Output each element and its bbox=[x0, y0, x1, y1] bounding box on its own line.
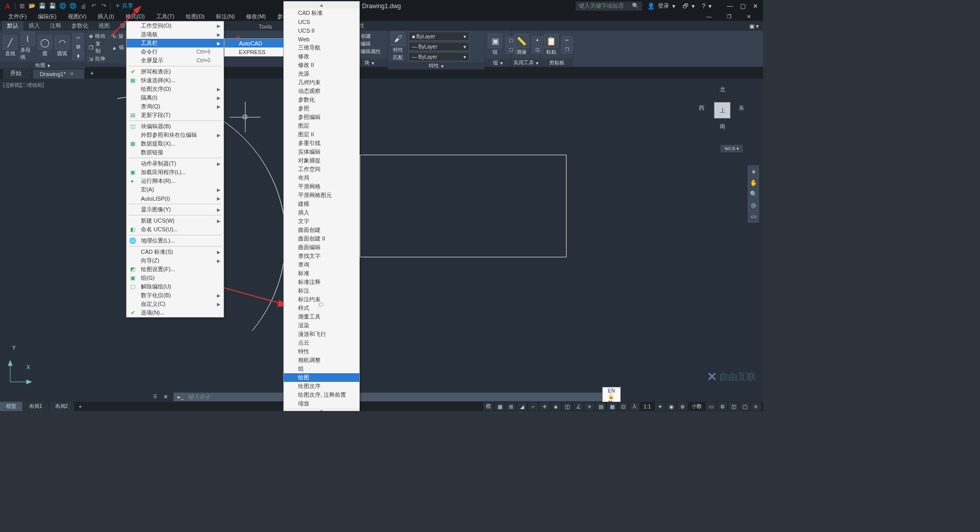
toolbar-list-item[interactable]: UCS II bbox=[284, 26, 359, 35]
tools-menu-item[interactable]: ▸运行脚本(R)... bbox=[127, 177, 224, 185]
toolbar-list-item[interactable]: 平滑网格 bbox=[284, 182, 359, 191]
anno-scale[interactable]: 1:1 bbox=[641, 404, 654, 409]
plot-icon[interactable]: 🖨 bbox=[79, 2, 87, 10]
cmd-line[interactable]: ╱直线 bbox=[3, 35, 17, 57]
tab-start[interactable]: 开始 bbox=[3, 68, 32, 79]
cmd-handle-icon[interactable]: ⠿ bbox=[153, 394, 157, 400]
tools-menu-item[interactable]: 数字化仪(B)▶ bbox=[127, 291, 224, 300]
tools-menu-item[interactable]: AutoLISP(I)▶ bbox=[127, 194, 224, 203]
ribtab-insert[interactable]: 插入 bbox=[23, 21, 45, 31]
layout-add-button[interactable]: + bbox=[75, 403, 86, 410]
tab-drawing1[interactable]: Drawing1*✕ bbox=[33, 69, 84, 79]
clean-toggle[interactable]: ▢ bbox=[740, 402, 750, 410]
cmd-paste[interactable]: 📋粘贴 bbox=[544, 34, 558, 56]
chevron-down-icon[interactable]: ▾ bbox=[47, 63, 50, 68]
toolbar-list-item[interactable]: 插入 bbox=[284, 208, 359, 217]
toolbar-list-item[interactable]: 组 bbox=[284, 365, 359, 373]
lwt-toggle[interactable]: ≡ bbox=[584, 402, 595, 410]
cmd-measure[interactable]: 📏测量 bbox=[514, 34, 529, 56]
menu-draw[interactable]: 绘图(D) bbox=[181, 12, 210, 21]
cmd-move[interactable]: ✥移动 ↻旋 bbox=[89, 33, 124, 40]
tools-menu-item[interactable]: 自定义(C)▶ bbox=[127, 300, 224, 308]
toolbar-list-item[interactable]: 文字 bbox=[284, 217, 359, 226]
fullnav-icon[interactable]: ⎈ bbox=[752, 168, 755, 175]
zoom-icon[interactable]: 🔍 bbox=[750, 190, 757, 198]
toolbar-list-item[interactable]: UCS bbox=[284, 17, 359, 26]
toolbar-list-item[interactable]: 绘图 bbox=[284, 373, 359, 382]
undo-icon[interactable]: ↶ bbox=[89, 2, 97, 10]
tools-menu-item[interactable]: ▦快速选择(K)... bbox=[127, 76, 224, 85]
ribtab-annotate[interactable]: 注释 bbox=[45, 21, 66, 31]
scroll-down-button[interactable]: ▼ bbox=[284, 408, 359, 411]
menu-insert[interactable]: 插入(I) bbox=[92, 12, 119, 21]
viewcube-top-face[interactable]: 上 bbox=[714, 102, 730, 118]
cmd-polyline[interactable]: ⌇多段线 bbox=[20, 32, 35, 61]
tools-menu-item[interactable]: 绘图次序(D)▶ bbox=[127, 85, 224, 93]
toolbar-list-item[interactable]: 建模 bbox=[284, 200, 359, 208]
new-tab-button[interactable]: + bbox=[85, 68, 99, 79]
cmd-hatch[interactable]: ▨ bbox=[72, 42, 84, 51]
ribtab-parametric[interactable]: 参数化 bbox=[66, 21, 93, 31]
command-input[interactable]: ▸_ 键入命令 bbox=[174, 393, 602, 401]
toolbar-list-item[interactable]: 修改 bbox=[284, 52, 359, 61]
toolbar-list-item[interactable]: Web bbox=[284, 35, 359, 43]
tools-menu-item[interactable]: ▢解除编组(U) bbox=[127, 282, 224, 291]
help-icon[interactable]: ? bbox=[702, 3, 705, 10]
ann-toggle[interactable]: ◉ bbox=[666, 402, 676, 410]
toolbar-list-item[interactable]: 渲染 bbox=[284, 321, 359, 330]
toolbar-list-item[interactable]: 参数化 bbox=[284, 95, 359, 104]
toolbar-list-item[interactable]: 图层 bbox=[284, 122, 359, 130]
tools-menu-item[interactable]: 命令行Ctrl+9 bbox=[127, 47, 224, 56]
toolbar-list-item[interactable]: 特性 bbox=[284, 347, 359, 356]
menu-file[interactable]: 文件(F) bbox=[3, 12, 32, 21]
toolbar-list-item[interactable]: 多重引线 bbox=[284, 139, 359, 148]
app-switch-icon[interactable]: 🗗 bbox=[682, 3, 689, 10]
osnap-toggle[interactable]: ◫ bbox=[562, 402, 572, 410]
tools-menu-item[interactable]: 查询(Q)▶ bbox=[127, 102, 224, 111]
cmd-ellipse[interactable]: ◗ bbox=[72, 52, 84, 60]
tools-menu-item[interactable]: ▦数据提取(X)... bbox=[127, 139, 224, 148]
open-icon[interactable]: 📂 bbox=[28, 2, 36, 10]
chevron-down-icon[interactable]: ▾ bbox=[536, 60, 538, 66]
color-combo[interactable]: ■ ByLayer▾ bbox=[408, 32, 470, 41]
toolbar-list-item[interactable]: 缩放 bbox=[284, 399, 359, 408]
tools-menu-item[interactable]: 向导(Z)▶ bbox=[127, 256, 224, 265]
chevron-down-icon[interactable]: ▾ bbox=[441, 63, 444, 69]
infer-toggle[interactable]: ◢ bbox=[517, 402, 527, 410]
menu-modify[interactable]: 修改(M) bbox=[241, 12, 271, 21]
toolbar-list-item[interactable]: 光源 bbox=[284, 69, 359, 78]
drawing-canvas[interactable]: [-][俯视][二维线框] YX 上 北 南 西 东 WCS ▾ ⎈ ✋ 🔍 ◎… bbox=[0, 79, 763, 392]
cmd-propsmatch[interactable]: 🖌特性匹配 bbox=[391, 32, 405, 61]
tools-menu-item[interactable]: ◧命名 UCS(U)... bbox=[127, 225, 224, 234]
toolbar-list-item[interactable]: 工作空间 bbox=[284, 165, 359, 174]
layout-2[interactable]: 布局2 bbox=[49, 402, 75, 411]
web-open-icon[interactable]: 🌐 bbox=[59, 2, 67, 10]
toolbar-list-item[interactable]: CAD 标准 bbox=[284, 9, 359, 17]
cmd-copy[interactable]: ❐复制 ▲镜 bbox=[89, 40, 124, 55]
showmotion-icon[interactable]: ▭ bbox=[751, 213, 756, 220]
custom-toggle[interactable]: ≡ bbox=[751, 402, 761, 410]
cmd-stretch[interactable]: ⇲拉伸 bbox=[89, 55, 105, 62]
qp-toggle[interactable]: ▦ bbox=[607, 402, 617, 410]
toolbar-list-item[interactable]: 曲面创建 II bbox=[284, 234, 359, 243]
toolbar-list-item[interactable]: 查找文字 bbox=[284, 252, 359, 260]
toolbar-list-item[interactable]: 漫游和飞行 bbox=[284, 330, 359, 338]
tools-menu-item[interactable]: 动作录制器(T)▶ bbox=[127, 159, 224, 168]
toolbar-list-item[interactable]: 动态观察 bbox=[284, 87, 359, 95]
save-icon[interactable]: 💾 bbox=[38, 2, 46, 10]
toolbar-list-item[interactable]: 三维导航 bbox=[284, 43, 359, 52]
toolbar-list-item[interactable]: 标注 bbox=[284, 286, 359, 295]
tools-menu-item[interactable]: 隔离(I)▶ bbox=[127, 93, 224, 102]
cmd-circle[interactable]: ◯圆 bbox=[38, 35, 52, 57]
mdi-close-button[interactable]: ✕ bbox=[742, 13, 756, 20]
tools-menu-item[interactable]: ▣组(G) bbox=[127, 274, 224, 282]
menu-format[interactable]: 格式(O) bbox=[120, 12, 150, 21]
ortho-toggle[interactable]: ⌐ bbox=[528, 402, 538, 410]
unit-toggle[interactable]: ⊕ bbox=[677, 402, 688, 410]
toolbar-list-item[interactable]: 曲面编辑 bbox=[284, 243, 359, 252]
tools-menu-item[interactable]: ◩绘图设置(F)... bbox=[127, 265, 224, 274]
toolbar-list-item[interactable]: 对象捕捉 bbox=[284, 156, 359, 165]
toolbar-list-item[interactable]: 标准 bbox=[284, 269, 359, 278]
ws-toggle[interactable]: ✦ bbox=[655, 402, 665, 410]
sc-toggle[interactable]: ⊡ bbox=[618, 402, 628, 410]
